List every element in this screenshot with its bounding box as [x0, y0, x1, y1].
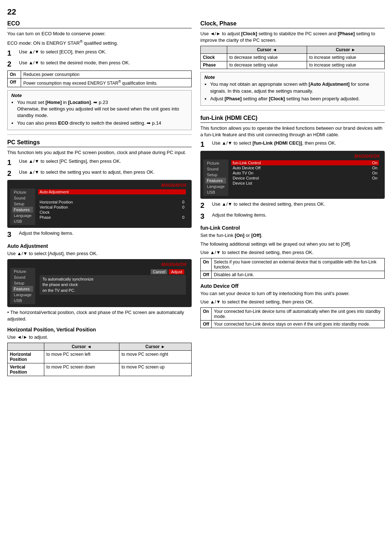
horiz-vert-table: Cursor ◄ Cursor ► HorizontalPosition to … [7, 343, 192, 376]
fl-menu-fun-link-control: fun-Link ControlOn [231, 160, 379, 165]
hv-horizontal-left: to move PC screen left [44, 351, 119, 363]
hv-header-cursor-left: Cursor ◄ [44, 343, 119, 351]
fun-link-tv-mockup: MAGNAVOX Picture Sound Setup Features La… [200, 151, 385, 199]
cp-note-item2: Adjust [Phase] setting after [Clock] set… [210, 96, 381, 102]
sidebar2-features: Features [12, 286, 33, 292]
eco-off-label: Off [8, 78, 21, 87]
fl-menu-auto-device-off: Auto Device OffOn [231, 165, 379, 170]
eco-step2: 2 Use ▲/▼ to select the desired mode, th… [7, 60, 192, 68]
auto-adjustment-title: Auto Adjustment [7, 243, 192, 249]
fl-menu-auto-tv-on: Auto TV OnOn [231, 170, 379, 176]
eco-note-item1: You must set [Home] in [Location]. ➡ p.2… [17, 99, 188, 119]
cp-clock-right: to increase setting value [307, 54, 384, 61]
clock-phase-note: Note You may not obtain an appropriate s… [200, 72, 385, 106]
fun-link-step2: 2 Use ▲/▼ to select the desired setting,… [200, 201, 385, 210]
ado-off-value: Your connected fun-Link device stays on … [212, 321, 385, 328]
pc-tv-mockup1: MAGNAVOX Picture Sound Setup Features La… [7, 180, 192, 228]
tv-content2: Cancel Adjust To automatically synchroni… [35, 268, 189, 304]
sidebar2-setup: Setup [12, 280, 33, 286]
pc-step3: 3 Adjust the following items. [7, 230, 192, 239]
tv-popup-text: To automatically synchronizethe phase an… [40, 275, 186, 295]
pc-tv-mockup2: MAGNAVOX Picture Sound Setup Features La… [7, 259, 192, 307]
tv-sidebar3: Picture Sound Setup Features Language US… [203, 160, 228, 196]
eco-note-item2: You can also press ECO directly to switc… [17, 120, 188, 126]
menu-phase: Phase0 [38, 215, 186, 220]
hv-horizontal-right: to move PC screen right [119, 351, 191, 363]
fun-link-section: fun-Link (HDMI CEC) This function allows… [200, 115, 385, 328]
eco-table: On Reduces power consumption Off Power c… [7, 70, 192, 87]
pc-settings-section: PC Settings This function lets you adjus… [7, 139, 192, 376]
menu-empty1 [38, 194, 186, 200]
cp-header-empty [201, 46, 227, 54]
eco-on-label: On [8, 70, 21, 78]
clock-phase-table: Cursor ◄ Cursor ► Clock to decrease sett… [200, 46, 385, 69]
fun-link-control-desc2: The following additional settings will b… [200, 241, 385, 247]
sidebar3-picture: Picture [205, 160, 226, 166]
hv-vertical-left: to move PC screen down [44, 363, 119, 376]
pc-settings-desc: This function lets you adjust the PC scr… [7, 149, 192, 156]
cancel-button[interactable]: Cancel [151, 269, 167, 274]
fl-menu-device-control: Device ControlOn [231, 176, 379, 181]
sidebar2-picture: Picture [12, 269, 33, 274]
fun-link-control-table: On Selects if you have connected an exte… [200, 258, 385, 279]
flc-on-label: On [201, 258, 212, 271]
cp-header-cursor-right: Cursor ► [307, 46, 384, 54]
flc-on-value: Selects if you have connected an externa… [212, 258, 385, 271]
menu-horiz-pos: Horizontal Position0 [38, 200, 186, 205]
auto-device-off-title: Auto Device Off [200, 283, 385, 289]
sidebar-features: Features [12, 207, 33, 213]
auto-device-off-table: On Your connected fun-Link device turns … [200, 307, 385, 328]
tv-menu1: Picture Sound Setup Features Language US… [10, 189, 189, 225]
cp-note-item1: You may not obtain an appropriate screen… [210, 81, 381, 94]
ado-on-label: On [201, 308, 212, 321]
auto-adjustment-note: • The horizontal/vertical position, cloc… [7, 309, 192, 322]
fun-link-desc1: This function allows you to operate the … [200, 125, 385, 138]
fun-link-control-title: fun-Link Control [200, 225, 385, 231]
auto-device-off-desc: You can set your device to turn off by i… [200, 290, 385, 297]
tv-sidebar1: Picture Sound Setup Features Language US… [10, 189, 35, 225]
fun-link-step3: 3 Adjust the following items. [200, 212, 385, 221]
horiz-vert-title: Horizontal Position, Vertical Position [7, 327, 192, 333]
sidebar2-usb: USB [12, 298, 33, 303]
pc-step2: 2 Use ▲/▼ to select the setting you want… [7, 169, 192, 178]
auto-device-off-inst: Use ▲/▼ to select the desired setting, t… [200, 299, 385, 305]
sidebar3-setup: Setup [205, 172, 226, 178]
hv-vertical-label: VerticalPosition [8, 363, 44, 376]
adjust-button[interactable]: Adjust [169, 269, 184, 274]
eco-step1: 1 Use ▲/▼ to select [ECO], then press OK… [7, 49, 192, 57]
fl-menu-device-list: Device List [231, 181, 379, 186]
right-column: Clock, Phase Use ◄/► to adjust [Clock] s… [200, 20, 385, 378]
eco-desc2: ECO mode: ON is ENERGY STAR® qualified s… [7, 39, 192, 47]
menu-vert-pos: Vertical Position0 [38, 205, 186, 210]
sidebar2-language: Language [12, 292, 33, 298]
cp-clock-label: Clock [201, 54, 227, 61]
fun-link-step1: 1 Use ▲/▼ to select [fun-Link (HDMI CEC)… [200, 140, 385, 149]
cp-header-cursor-left: Cursor ◄ [227, 46, 307, 54]
sidebar-sound: Sound [12, 195, 33, 201]
fun-link-control-desc1: Set the fun-Link [On] or [Off]. [200, 232, 385, 239]
eco-off-value: Power consumption may exceed ENERGY STAR… [21, 78, 192, 87]
ado-off-label: Off [201, 321, 212, 328]
eco-note: Note You must set [Home] in [Location]. … [7, 90, 192, 130]
hv-horizontal-label: HorizontalPosition [8, 351, 44, 363]
page-number: 22 [7, 7, 385, 17]
tv-menu2: Picture Sound Setup Features Language US… [10, 268, 189, 304]
left-column: ECO You can turn on ECO Mode to conserve… [7, 20, 192, 378]
tv-sidebar2: Picture Sound Setup Features Language US… [10, 268, 35, 304]
tv-brand2: MAGNAVOX [10, 262, 189, 268]
eco-title: ECO [7, 20, 192, 28]
tv-menu3: Picture Sound Setup Features Language US… [203, 160, 382, 196]
clock-phase-desc: Use ◄/► to adjust [Clock] setting to sta… [200, 31, 385, 44]
cp-clock-left: to decrease setting value [227, 54, 307, 61]
sidebar3-features: Features [205, 178, 226, 184]
divider1 [7, 134, 192, 135]
sidebar-language: Language [12, 213, 33, 218]
flc-off-value: Disables all fun-Link. [212, 271, 385, 278]
flc-off-label: Off [201, 271, 212, 278]
auto-adjustment-desc: Use ▲/▼ to select [Adjust], then press O… [7, 250, 192, 257]
sidebar-usb: USB [12, 218, 33, 224]
clock-phase-section: Clock, Phase Use ◄/► to adjust [Clock] s… [200, 20, 385, 106]
sidebar-picture: Picture [12, 189, 33, 195]
sidebar2-sound: Sound [12, 274, 33, 280]
fun-link-control-inst: Use ▲/▼ to select the desired setting, t… [200, 249, 385, 256]
